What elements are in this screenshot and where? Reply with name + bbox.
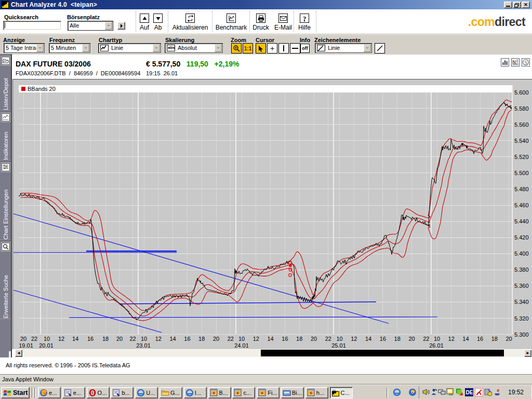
svg-text:16: 16: [184, 336, 190, 342]
svg-text:16: 16: [477, 336, 483, 342]
svg-text:5.440: 5.440: [514, 218, 529, 224]
svg-text:5.500: 5.500: [514, 170, 529, 176]
svg-text:5.340: 5.340: [514, 299, 529, 305]
svg-text:16: 16: [282, 336, 288, 342]
svg-text:19.01: 19.01: [19, 342, 33, 349]
svg-text:5.420: 5.420: [514, 234, 529, 241]
svg-text:10: 10: [434, 336, 440, 342]
svg-text:20: 20: [116, 336, 123, 342]
svg-text:18: 18: [296, 336, 302, 342]
svg-text:5.380: 5.380: [514, 267, 529, 273]
svg-text:12: 12: [253, 336, 259, 342]
svg-text:12: 12: [155, 336, 162, 342]
svg-text:10: 10: [44, 336, 50, 342]
svg-text:20.01: 20.01: [39, 342, 54, 349]
svg-text:20: 20: [408, 336, 415, 342]
svg-text:5.520: 5.520: [514, 154, 529, 160]
svg-text:16: 16: [380, 336, 386, 342]
svg-text:5.580: 5.580: [514, 105, 529, 112]
svg-text:5.560: 5.560: [514, 122, 529, 128]
svg-text:24.01: 24.01: [234, 342, 249, 349]
svg-text:22: 22: [423, 336, 429, 342]
svg-text:S: S: [524, 59, 527, 65]
svg-text:18: 18: [102, 336, 109, 342]
svg-text:23.01: 23.01: [136, 342, 151, 349]
svg-text:22: 22: [228, 336, 234, 342]
svg-text:DE: DE: [466, 390, 473, 395]
svg-text:18: 18: [491, 336, 498, 342]
svg-text:14: 14: [169, 336, 176, 342]
svg-text:18: 18: [198, 336, 205, 342]
svg-text:5.320: 5.320: [514, 315, 529, 322]
svg-text:12: 12: [351, 336, 357, 342]
svg-text:N: N: [512, 59, 516, 64]
svg-text:14: 14: [267, 336, 273, 342]
svg-text:26.01: 26.01: [429, 342, 444, 349]
svg-text:5.480: 5.480: [514, 186, 529, 192]
svg-text:16: 16: [87, 336, 94, 342]
svg-text:10: 10: [141, 336, 147, 342]
svg-text:10: 10: [336, 336, 342, 342]
svg-text:14: 14: [72, 336, 78, 342]
svg-text:10: 10: [238, 336, 245, 342]
svg-text:5.600: 5.600: [514, 89, 529, 96]
svg-text:12: 12: [448, 336, 455, 342]
svg-text:20: 20: [506, 336, 512, 342]
svg-text:22: 22: [129, 336, 136, 342]
svg-text:20: 20: [213, 336, 219, 342]
svg-text:14: 14: [365, 336, 371, 342]
svg-text:5.400: 5.400: [514, 250, 529, 257]
svg-text:22: 22: [31, 336, 37, 342]
svg-text:20: 20: [311, 336, 317, 342]
svg-text:5.460: 5.460: [514, 202, 529, 208]
svg-text:22: 22: [325, 336, 331, 342]
svg-text:18: 18: [394, 336, 401, 342]
svg-text:20: 20: [20, 336, 26, 342]
svg-text:BBands 20: BBands 20: [28, 86, 56, 92]
svg-text:5.540: 5.540: [514, 138, 529, 144]
svg-text:14: 14: [462, 336, 469, 342]
svg-text:5.360: 5.360: [514, 283, 529, 289]
svg-text:25.01: 25.01: [331, 342, 346, 349]
svg-text:5.300: 5.300: [514, 331, 529, 338]
svg-text:12: 12: [58, 336, 64, 342]
